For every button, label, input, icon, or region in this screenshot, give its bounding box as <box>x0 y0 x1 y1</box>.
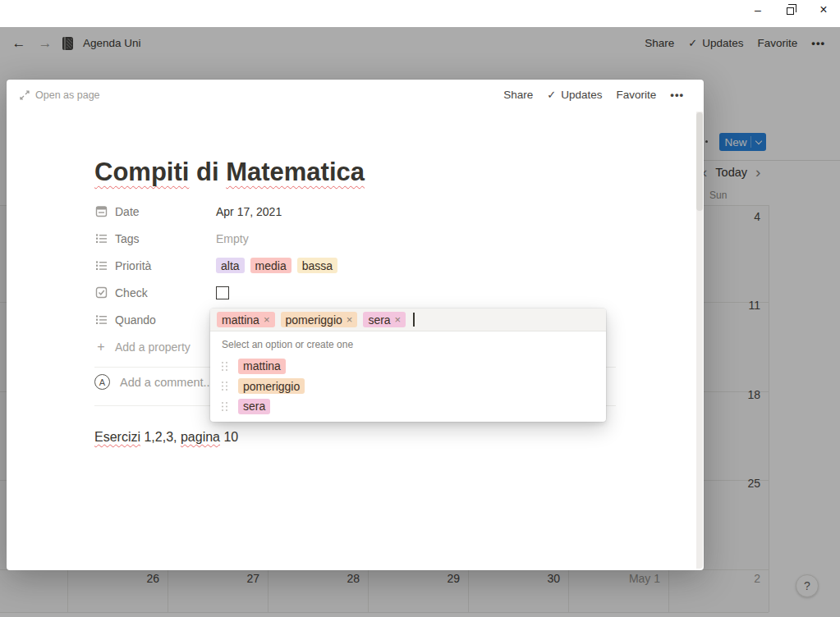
body-word: Esercizi <box>94 430 140 444</box>
body-text[interactable]: Esercizi 1,2,3, pagina 10 <box>94 427 238 447</box>
add-comment-row[interactable]: A Add a comment... <box>94 374 213 390</box>
body-word: pagina <box>181 430 220 444</box>
property-label-priorita[interactable]: Priorità <box>94 259 216 272</box>
window-minimize-button[interactable]: – <box>741 0 774 20</box>
property-value-date[interactable]: Apr 17, 2021 <box>216 205 282 218</box>
window-close-button[interactable]: × <box>807 0 840 20</box>
multiselect-dropdown: mattina×pomeriggio×sera× Select an optio… <box>210 308 606 422</box>
peek-updates-label: Updates <box>561 89 602 101</box>
peek-favorite-button[interactable]: Favorite <box>617 89 657 101</box>
property-label-date[interactable]: Date <box>94 205 216 218</box>
page-peek-modal: Open as page Share ✓ Updates Favorite ••… <box>7 80 704 570</box>
body-word: 1,2,3, <box>140 430 181 444</box>
dropdown-options: mattinapomeriggiosera <box>210 356 606 417</box>
property-label-text: Quando <box>115 313 156 327</box>
property-label-check[interactable]: Check <box>94 286 216 299</box>
list-icon <box>94 313 108 327</box>
dropdown-option[interactable]: mattina <box>210 356 606 377</box>
dropdown-option[interactable]: pomeriggio <box>210 377 606 397</box>
selected-tag-chip[interactable]: sera× <box>363 312 406 327</box>
list-icon <box>94 232 108 245</box>
title-word: Compiti <box>94 158 189 186</box>
checkbox-icon <box>94 286 108 299</box>
selected-tag-chip[interactable]: pomeriggio× <box>281 312 358 327</box>
drag-handle-icon[interactable] <box>222 382 227 391</box>
remove-tag-button[interactable]: × <box>347 313 353 326</box>
list-icon <box>94 259 108 272</box>
peek-more-button[interactable]: ••• <box>670 89 684 101</box>
title-word: Matematica <box>226 158 365 186</box>
peek-share-button[interactable]: Share <box>503 89 533 101</box>
property-label-tags[interactable]: Tags <box>94 232 216 245</box>
calendar-icon <box>94 205 108 218</box>
property-value-check <box>216 286 229 299</box>
option-tag-chip: mattina <box>238 359 286 374</box>
option-tag-chip: pomeriggio <box>238 378 305 394</box>
title-word: di <box>189 158 226 186</box>
drag-handle-icon[interactable] <box>222 402 227 411</box>
remove-tag-button[interactable]: × <box>395 313 402 326</box>
tag-label: pomeriggio <box>286 313 342 327</box>
open-as-page-label: Open as page <box>35 89 100 101</box>
property-label-quando[interactable]: Quando <box>94 313 216 327</box>
modal-scrollbar-thumb[interactable] <box>696 112 703 211</box>
add-property-label: Add a property <box>115 340 190 354</box>
option-tag-chip: sera <box>238 399 270 414</box>
property-label-text: Date <box>115 205 140 218</box>
drag-handle-icon[interactable] <box>222 362 227 371</box>
plus-icon: + <box>94 340 108 354</box>
page-title[interactable]: Compiti di Matematica <box>94 158 365 187</box>
remove-tag-button[interactable]: × <box>264 313 270 326</box>
dropdown-input[interactable]: mattina×pomeriggio×sera× <box>210 308 606 331</box>
open-as-page-button[interactable]: Open as page <box>20 89 100 101</box>
peek-actions: Share ✓ Updates Favorite ••• <box>503 89 684 101</box>
property-value-tags[interactable]: Empty <box>216 232 249 245</box>
expand-diagonal-icon <box>20 90 30 100</box>
check-icon: ✓ <box>547 89 556 101</box>
property-row-priorita: Priorità altamediabassa <box>94 252 616 279</box>
text-cursor <box>413 313 415 327</box>
property-row-check: Check <box>94 279 616 306</box>
tag-chip[interactable]: media <box>250 258 291 273</box>
peek-updates-button[interactable]: ✓ Updates <box>547 89 602 101</box>
avatar: A <box>94 374 110 390</box>
window-controls: – × <box>741 0 840 20</box>
body-word: 10 <box>220 430 238 444</box>
property-label-text: Priorità <box>115 259 151 272</box>
selected-tag-chip[interactable]: mattina× <box>217 312 275 327</box>
property-row-tags: Tags Empty <box>94 225 616 252</box>
dropdown-option[interactable]: sera <box>210 396 606 417</box>
tag-label: mattina <box>222 313 259 327</box>
property-row-date: Date Apr 17, 2021 <box>94 198 616 225</box>
dropdown-hint: Select an option or create one <box>222 339 594 350</box>
property-label-text: Tags <box>115 232 140 245</box>
tag-chip[interactable]: bassa <box>297 258 337 273</box>
check-checkbox[interactable] <box>216 286 229 299</box>
comment-placeholder: Add a comment... <box>120 376 213 389</box>
notion-window: ← → Agenda Uni Share ✓ Updates Favorite … <box>0 0 840 617</box>
priorita-tags[interactable]: altamediabassa <box>216 258 337 273</box>
restore-icon <box>787 7 794 15</box>
tag-label: sera <box>368 313 390 327</box>
window-restore-button[interactable] <box>774 0 807 20</box>
peek-header: Open as page Share ✓ Updates Favorite ••… <box>7 80 704 114</box>
window-titlebar: – × <box>0 0 840 27</box>
property-label-text: Check <box>115 286 148 299</box>
tag-chip[interactable]: alta <box>216 258 245 273</box>
